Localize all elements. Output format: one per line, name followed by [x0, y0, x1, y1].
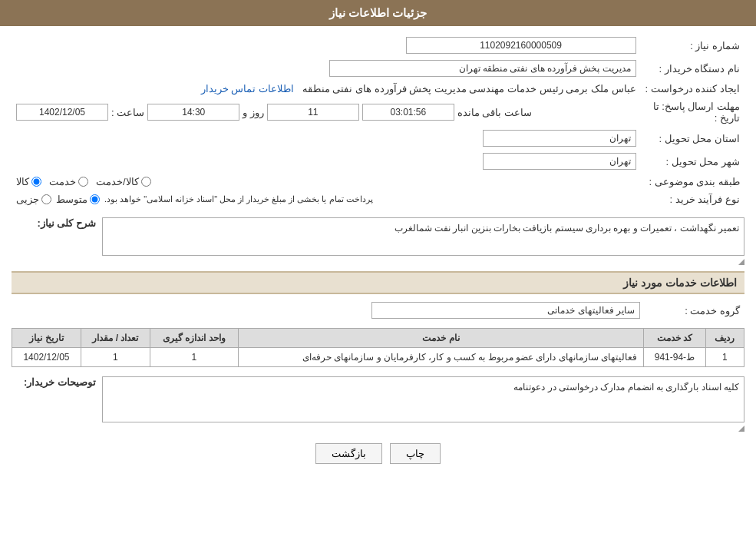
saatBaqi-label: ساعت باقی مانده [457, 107, 532, 118]
noeFarayand-jozi-radio[interactable] [41, 194, 51, 204]
tabaghe-kalaKhedmat-radio[interactable] [141, 177, 151, 187]
time-value: 14:30 [147, 104, 239, 121]
khadamat-header: اطلاعات خدمات مورد نیاز [12, 271, 744, 294]
page-header: جزئیات اطلاعات نیاز [0, 0, 756, 26]
group-label: گروه خدمت : [645, 299, 744, 322]
tabaghe-option-khedmat[interactable]: خدمت [49, 176, 88, 187]
noeFarayand-note: پرداخت تمام یا بخشی از مبلغ خریدار از مح… [104, 194, 373, 204]
ijadKonande-link[interactable]: اطلاعات تماس خریدار [201, 83, 294, 94]
time-label: ساعت : [111, 107, 144, 118]
shomareNiaz-value: 1102092160000509 [406, 37, 636, 54]
tawsiyat-label: توصیحات خریدار: [24, 376, 96, 388]
sharh-label: شرح کلی نیاز: [37, 217, 96, 229]
shahr-label: شهر محل تحویل : [641, 150, 744, 173]
cell-radif: 1 [705, 348, 744, 367]
cell-tarikh: 1402/12/05 [12, 348, 81, 367]
tabaghe-khedmat-radio[interactable] [78, 177, 88, 187]
tabaghe-option-kalaKhedmat[interactable]: کالا/خدمت [96, 176, 151, 187]
shahr-value: تهران [483, 153, 636, 170]
tabaghe-label: طبقه بندی موضوعی : [641, 173, 744, 190]
tabaghe-option-kala[interactable]: کالا [16, 176, 41, 187]
col-tedad: تعداد / مقدار [81, 329, 150, 348]
back-button[interactable]: بازگشت [315, 443, 382, 464]
noeFarayand-label: نوع فرآیند خرید : [641, 190, 744, 208]
tabaghe-kala-label: کالا [16, 176, 29, 187]
services-table: ردیف کد خدمت نام خدمت واحد اندازه گیری ت… [12, 328, 744, 367]
sharh-value: تعمیر نگهداشت ، تعمیرات و بهره برداری سی… [102, 217, 744, 256]
noeFarayand-option-jozi[interactable]: جزیی [16, 194, 51, 205]
tabaghe-options: کالا خدمت کالا/خدمت [16, 176, 636, 187]
roz-value: 11 [267, 104, 359, 121]
tabaghe-khedmat-label: خدمت [49, 176, 76, 187]
cell-vahed: 1 [150, 348, 238, 367]
namDastgah-label: نام دستگاه خریدار : [641, 57, 744, 80]
noeFarayand-option-motavasset[interactable]: متوسط [56, 194, 100, 205]
table-row: 1 ط-94-941 فعالیتهای سازمانهای دارای عضو… [12, 348, 744, 367]
ijadKonande-label: ایجاد کننده درخواست : [641, 80, 744, 98]
cell-name: فعالیتهای سازمانهای دارای عضو مربوط به ک… [238, 348, 643, 367]
saatBaqi-value: 03:01:56 [362, 104, 454, 121]
col-name: نام خدمت [238, 329, 643, 348]
tawsiyat-value: کلیه اسناد بارگذاری به انضمام مدارک درخو… [102, 376, 744, 422]
col-tarikh: تاریخ نیاز [12, 329, 81, 348]
ostan-label: استان محل تحویل : [641, 127, 744, 150]
cell-tedad: 1 [81, 348, 150, 367]
roz-label: روز و [243, 107, 264, 118]
ostan-value: تهران [483, 130, 636, 147]
tabaghe-kala-radio[interactable] [31, 177, 41, 187]
ijadKonande-value: عباس ملک برمی رئیس خدمات مهندسی مدیریت پ… [302, 83, 636, 94]
page-title: جزئیات اطلاعات نیاز [329, 6, 427, 19]
noeFarayand-motavasset-radio[interactable] [90, 194, 100, 204]
col-kod: کد خدمت [643, 329, 705, 348]
footer-buttons: چاپ بازگشت [12, 432, 744, 475]
col-vahed: واحد اندازه گیری [150, 329, 238, 348]
tabaghe-kalaKhedmat-label: کالا/خدمت [96, 176, 139, 187]
noeFarayand-motavasset-label: متوسط [56, 194, 87, 205]
group-value: سایر فعالیتهای خدماتی [371, 302, 640, 319]
mohlatErsal-label: مهلت ارسال پاسخ: تا تاریخ : [641, 98, 744, 127]
shomareNiaz-label: شماره نیاز : [641, 34, 744, 57]
noeFarayand-jozi-label: جزیی [16, 194, 39, 205]
date-value: 1402/12/05 [16, 104, 108, 121]
cell-kod: ط-94-941 [643, 348, 705, 367]
col-radif: ردیف [705, 329, 744, 348]
print-button[interactable]: چاپ [390, 443, 441, 464]
namDastgah-value: مدیریت پخش فرآورده های نفتی منطقه تهران [329, 60, 636, 77]
